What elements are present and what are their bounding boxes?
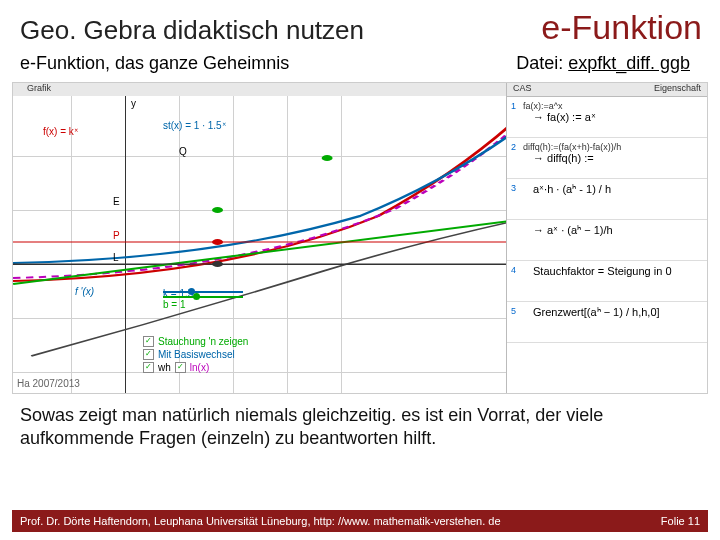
chk-stauchung[interactable]: Stauchung 'n zeigen [158,336,248,347]
cas-header: CAS [513,83,532,93]
footer-author: Prof. Dr. Dörte Haftendorn, Leuphana Uni… [20,515,501,527]
cas-row: 1fa(x):=a^x→ fa(x) := aˣ [507,97,707,138]
slider-b-label: b = 1 [163,299,186,310]
label-Q: Q [179,146,187,157]
checkbox-icon[interactable]: ✓ [143,362,154,373]
checkbox-icon[interactable]: ✓ [175,362,186,373]
file-reference: Datei: expfkt_diff. ggb [516,53,690,74]
subtitle-left: e-Funktion, das ganze Geheimnis [20,53,289,74]
breadcrumb: Geo. Gebra didaktisch nutzen [20,15,364,46]
checkbox-icon[interactable]: ✓ [143,349,154,360]
svg-point-4 [322,155,333,161]
cas-row: 2diffq(h):=(fa(x+h)-fa(x))/h→ diffq(h) :… [507,138,707,179]
caption-text: Sowas zeigt man natürlich niemals gleich… [0,394,720,451]
cas-row: → aˣ · (aʰ − 1)/h [507,220,707,261]
cas-row: 4Stauchfaktor = Steigung in 0 [507,261,707,302]
svg-point-3 [212,207,223,213]
label-f: f(x) = kˣ [43,126,78,137]
label-fprime: f '(x) [75,286,94,297]
chk-wh[interactable]: wh [158,362,171,373]
page-title: e-Funktion [541,8,702,47]
geogebra-screenshot: Algebra p(x) = 0.405q(x) = ln (x)r(x) = … [12,82,708,394]
cas-row: 3aˣ·h · (aʰ - 1) / h [507,179,707,220]
cas-panel: CAS Eigenschaft 1fa(x):=a^x→ fa(x) := aˣ… [506,83,707,393]
chk-basiswechsel[interactable]: Mit Basiswechsel [158,349,235,360]
label-P: P [113,230,120,241]
label-E: E [113,196,120,207]
label-y: y [131,98,136,109]
svg-point-5 [212,239,223,245]
credit: Ha 2007/2013 [17,378,80,389]
footer-page: Folie 11 [661,515,700,527]
cas-row: 5Grenzwert[(aʰ − 1) / h,h,0] [507,302,707,343]
footer-bar: Prof. Dr. Dörte Haftendorn, Leuphana Uni… [12,510,708,532]
checkbox-icon[interactable]: ✓ [143,336,154,347]
label-st: st(x) = 1 · 1.5ˣ [163,120,226,131]
file-link[interactable]: expfkt_diff. ggb [568,53,690,73]
label-L: L [113,252,119,263]
svg-point-6 [212,261,223,267]
cas-eigenschaft: Eigenschaft [654,83,707,93]
